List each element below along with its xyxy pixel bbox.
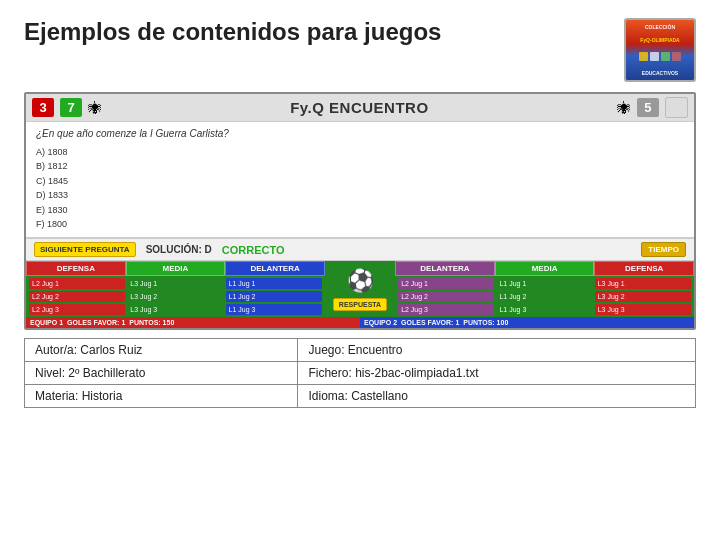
team1-players: L2 Jug 1 L2 Jug 2 L2 Jug 3 L3 Jug 1 L3 J… [26,276,325,317]
team2-goles: GOLES FAVOR: 1 [401,319,459,326]
team1-defensa-col: L2 Jug 1 L2 Jug 2 L2 Jug 3 [29,278,125,315]
page-title: Ejemplos de contenidos para juegos [24,18,441,46]
book-line3: EDUCACTIVOS [642,70,678,76]
score-right: 7 [60,98,82,117]
spider-icon-right: 🕷 [617,100,631,116]
autor-cell: Autor/a: Carlos Ruiz [25,339,298,362]
t2-m3: L1 Jug 3 [496,304,592,315]
solution-bar: SIGUIENTE PREGUNTA SOLUCIÓN: D CORRECTO … [26,238,694,261]
score-5: 5 [637,98,659,117]
team1-media-col: L3 Jug 1 L3 Jug 2 L3 Jug 3 [127,278,223,315]
team2-half: DELANTERA MEDIA DEFENSA L2 Jug 1 L2 Jug … [395,261,694,317]
t1-m3: L3 Jug 3 [127,304,223,315]
t1-del2: L1 Jug 2 [226,291,322,302]
team1-label: EQUIPO 1 [30,319,63,326]
t1-d1: L2 Jug 1 [29,278,125,289]
team2-score-bar: EQUIPO 2 GOLES FAVOR: 1 PUNTOS: 100 [360,317,694,328]
team1-half: DEFENSA MEDIA DELANTERA L2 Jug 1 L2 Jug … [26,261,325,317]
team2-defensa-col: L3 Jug 1 L3 Jug 2 L3 Jug 3 [595,278,691,315]
col-media-left: MEDIA [126,261,226,276]
book-cover: COLECCIÓN FyQ-OLIMPIADA EDUCACTIVOS [624,18,696,82]
solution-text: SOLUCIÓN: D [146,244,212,255]
team2-players: L2 Jug 1 L2 Jug 2 L2 Jug 3 L1 Jug 1 L1 J… [395,276,694,317]
siguiente-button[interactable]: SIGUIENTE PREGUNTA [34,242,136,257]
info-table: Autor/a: Carlos Ruiz Juego: Encuentro Ni… [24,338,696,408]
field-area: DEFENSA MEDIA DELANTERA L2 Jug 1 L2 Jug … [26,261,694,317]
col-defensa-left: DEFENSA [26,261,126,276]
score-left: 3 [32,98,54,117]
page: Ejemplos de contenidos para juegos COLEC… [0,0,720,540]
soccer-ball-icon: ⚽ [347,268,374,294]
nivel-cell: Nivel: 2º Bachillerato [25,362,298,385]
t1-m2: L3 Jug 2 [127,291,223,302]
team1-goles: GOLES FAVOR: 1 [67,319,125,326]
book-icon-2 [650,52,659,61]
answer-f: F) 1800 [36,217,684,231]
t2-del3: L2 Jug 3 [398,304,494,315]
t2-d3: L3 Jug 3 [595,304,691,315]
game-top-bar: 3 7 🕷 Fy.Q ENCUENTRO 🕷 5 [26,94,694,122]
game-container: 3 7 🕷 Fy.Q ENCUENTRO 🕷 5 ¿En que año com… [24,92,696,330]
book-icon-3 [661,52,670,61]
col-delantera-right: DELANTERA [395,261,495,276]
answer-options: A) 1808 B) 1812 C) 1845 D) 1833 E) 1830 … [36,145,684,231]
answer-e: E) 1830 [36,203,684,217]
materia-cell: Materia: Historia [25,385,298,408]
t1-d2: L2 Jug 2 [29,291,125,302]
t1-del3: L1 Jug 3 [226,304,322,315]
answer-d: D) 1833 [36,188,684,202]
respuesta-button[interactable]: RESPUESTA [333,298,387,311]
answer-b: B) 1812 [36,159,684,173]
game-title: Fy.Q ENCUENTRO [108,99,611,116]
fichero-cell: Fichero: his-2bac-olimpiada1.txt [298,362,696,385]
question-text: ¿En que año comenze la I Guerra Carlista… [36,128,684,139]
scores-bar: EQUIPO 1 GOLES FAVOR: 1 PUNTOS: 150 EQUI… [26,317,694,328]
t1-m1: L3 Jug 1 [127,278,223,289]
answer-a: A) 1808 [36,145,684,159]
juego-cell: Juego: Encuentro [298,339,696,362]
ball-center: ⚽ RESPUESTA [325,261,395,317]
team2-label: EQUIPO 2 [364,319,397,326]
question-area: ¿En que año comenze la I Guerra Carlista… [26,122,694,238]
team1-delantera-col: L1 Jug 1 L1 Jug 2 L1 Jug 3 [226,278,322,315]
correcto-text: CORRECTO [222,244,285,256]
score-empty [665,97,688,118]
tiempo-button[interactable]: TIEMPO [641,242,686,257]
book-icon-4 [672,52,681,61]
team2-headers: DELANTERA MEDIA DEFENSA [395,261,694,276]
header: Ejemplos de contenidos para juegos COLEC… [24,18,696,82]
col-delantera-left: DELANTERA [225,261,325,276]
t2-d2: L3 Jug 2 [595,291,691,302]
spider-icon-left: 🕷 [88,100,102,116]
team1-headers: DEFENSA MEDIA DELANTERA [26,261,325,276]
book-line2: FyQ-OLIMPIADA [640,37,679,43]
book-line1: COLECCIÓN [645,24,675,30]
t2-d1: L3 Jug 1 [595,278,691,289]
team2-delantera-col: L2 Jug 1 L2 Jug 2 L2 Jug 3 [398,278,494,315]
team1-score-bar: EQUIPO 1 GOLES FAVOR: 1 PUNTOS: 150 [26,317,360,328]
t1-d3: L2 Jug 3 [29,304,125,315]
team2-puntos: PUNTOS: 100 [463,319,508,326]
team1-puntos: PUNTOS: 150 [129,319,174,326]
t2-del1: L2 Jug 1 [398,278,494,289]
answer-c: C) 1845 [36,174,684,188]
t2-del2: L2 Jug 2 [398,291,494,302]
book-icon-1 [639,52,648,61]
team2-media-col: L1 Jug 1 L1 Jug 2 L1 Jug 3 [496,278,592,315]
idioma-cell: Idioma: Castellano [298,385,696,408]
col-defensa-right: DEFENSA [594,261,694,276]
col-media-right: MEDIA [495,261,595,276]
t2-m2: L1 Jug 2 [496,291,592,302]
t2-m1: L1 Jug 1 [496,278,592,289]
t1-del1: L1 Jug 1 [226,278,322,289]
